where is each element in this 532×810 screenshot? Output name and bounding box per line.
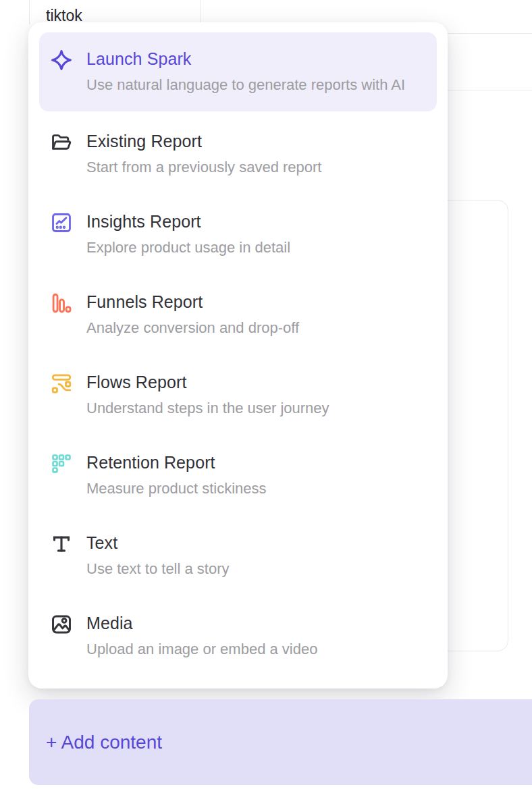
background-card-left-edge bbox=[29, 0, 30, 24]
menu-item-existing-report[interactable]: Existing Report Start from a previously … bbox=[39, 114, 437, 194]
folder-open-icon bbox=[50, 131, 73, 154]
menu-item-subtitle: Understand steps in the user journey bbox=[86, 398, 329, 418]
menu-item-subtitle: Analyze conversion and drop-off bbox=[86, 317, 299, 338]
menu-item-flows-report[interactable]: Flows Report Understand steps in the use… bbox=[39, 355, 437, 435]
background-row-divider bbox=[439, 90, 532, 90]
menu-item-title: Text bbox=[86, 533, 230, 553]
menu-item-insights-report[interactable]: Insights Report Explore product usage in… bbox=[39, 194, 437, 275]
menu-item-retention-report[interactable]: Retention Report Measure product stickin… bbox=[39, 435, 437, 516]
menu-item-subtitle: Use text to tell a story bbox=[86, 558, 230, 579]
insights-chart-icon bbox=[50, 211, 73, 234]
menu-item-title: Media bbox=[86, 613, 317, 633]
background-row-divider bbox=[439, 33, 532, 34]
menu-item-subtitle: Start from a previously saved report bbox=[86, 157, 321, 178]
background-column-divider bbox=[200, 0, 201, 23]
menu-item-title: Insights Report bbox=[86, 211, 290, 232]
menu-item-title: Existing Report bbox=[86, 131, 321, 151]
menu-item-subtitle: Use natural language to generate reports… bbox=[86, 74, 405, 95]
menu-item-title: Launch Spark bbox=[86, 49, 405, 69]
menu-item-title: Flows Report bbox=[86, 372, 329, 392]
menu-item-text[interactable]: Text Use text to tell a story bbox=[39, 516, 437, 596]
menu-item-subtitle: Explore product usage in detail bbox=[86, 237, 290, 258]
menu-item-subtitle: Measure product stickiness bbox=[86, 478, 267, 499]
add-content-button[interactable]: + Add content bbox=[29, 699, 532, 785]
funnels-bars-icon bbox=[50, 292, 73, 315]
text-icon bbox=[50, 533, 73, 556]
add-content-dropdown-menu: Launch Spark Use natural language to gen… bbox=[28, 22, 448, 688]
menu-item-funnels-report[interactable]: Funnels Report Analyze conversion and dr… bbox=[39, 275, 437, 355]
menu-item-subtitle: Upload an image or embed a video bbox=[86, 639, 317, 659]
media-image-icon bbox=[50, 613, 73, 636]
spark-icon bbox=[50, 49, 73, 72]
menu-item-media[interactable]: Media Upload an image or embed a video bbox=[39, 596, 437, 676]
add-content-label: + Add content bbox=[46, 732, 162, 753]
menu-item-title: Funnels Report bbox=[86, 292, 299, 312]
retention-grid-icon bbox=[50, 452, 73, 475]
flows-icon bbox=[50, 372, 73, 395]
menu-item-launch-spark[interactable]: Launch Spark Use natural language to gen… bbox=[39, 32, 437, 111]
menu-item-title: Retention Report bbox=[86, 452, 267, 473]
